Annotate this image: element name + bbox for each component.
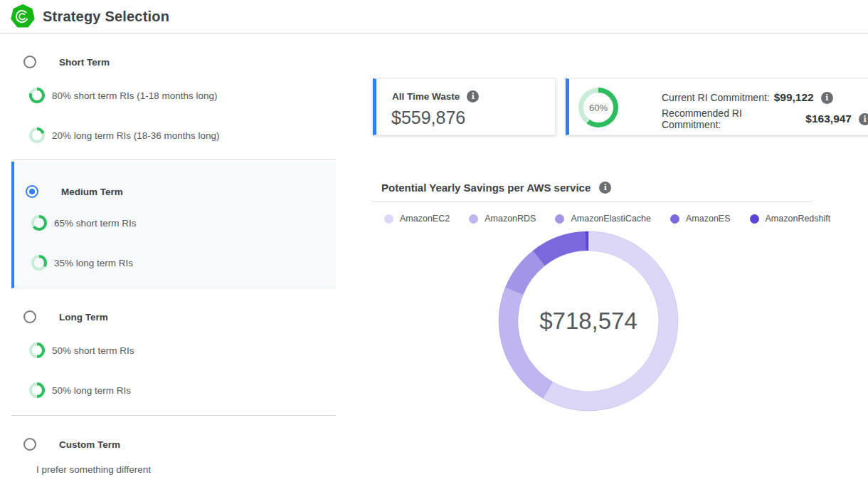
current-commitment-row: Current RI Commitment: $99,122 i	[662, 90, 833, 105]
strategy-detail-label: 65% short term RIs	[54, 218, 137, 229]
current-commitment-value: $99,122	[774, 91, 814, 104]
waste-card-value: $559,876	[391, 108, 465, 128]
strategy-option-short-term[interactable]: Short Term	[23, 54, 110, 70]
info-icon[interactable]: i	[467, 90, 479, 103]
recommended-commitment-value: $163,947	[805, 112, 852, 125]
legend-item[interactable]: AmazonRedshift	[750, 214, 831, 224]
all-time-waste-card: All Time Waste i $559,876	[373, 78, 556, 135]
strategy-label: Medium Term	[61, 187, 123, 197]
legend-label: AmazonElastiCache	[571, 214, 651, 224]
progress-ring	[31, 215, 47, 231]
current-commitment-label: Current RI Commitment:	[662, 92, 770, 103]
legend-label: AmazonEC2	[400, 214, 450, 224]
legend-label: AmazonES	[686, 214, 731, 224]
strategy-detail-label: 20% long term RIs (18-36 months long)	[52, 130, 220, 141]
strategy-label: Short Term	[59, 57, 110, 68]
commitment-ring-label: 60%	[578, 88, 618, 127]
page-header: Strategy Selection	[0, 0, 868, 33]
strategy-option-medium-term[interactable]: Medium Term	[26, 184, 123, 199]
radio-medium-term[interactable]	[26, 185, 38, 198]
strategy-detail-label: 35% long term RIs	[54, 258, 133, 268]
legend-dot-icon	[670, 214, 679, 224]
donut-segment[interactable]	[585, 231, 588, 251]
strategy-detail-row: 80% short term RIs (1-18 months long)	[29, 88, 218, 103]
strategy-detail-label: 50% long term RIs	[52, 385, 131, 396]
info-icon[interactable]: i	[599, 182, 611, 194]
strategy-detail-row: 20% long term RIs (18-36 months long)	[29, 127, 220, 143]
strategy-detail-row: 35% long term RIs	[31, 255, 133, 271]
savings-donut-chart[interactable]: $718,574	[496, 229, 681, 414]
strategy-label: Custom Term	[59, 439, 120, 450]
strategy-detail-label: 50% short term RIs	[52, 345, 134, 356]
progress-ring	[31, 255, 47, 271]
chart-legend: AmazonEC2AmazonRDSAmazonElastiCacheAmazo…	[384, 214, 850, 224]
radio-custom-term[interactable]	[23, 438, 36, 451]
ri-commitment-card: 60% Current RI Commitment: $99,122 i Rec…	[566, 78, 868, 135]
donut-segment[interactable]	[499, 287, 553, 398]
legend-item[interactable]: AmazonElastiCache	[555, 214, 651, 224]
strategy-detail-label: 80% short term RIs (1-18 months long)	[52, 90, 218, 101]
page-title: Strategy Selection	[43, 0, 169, 33]
recommended-commitment-label: Recommended RI Commitment:	[662, 108, 801, 130]
legend-label: AmazonRedshift	[766, 214, 831, 224]
chart-divider	[373, 201, 811, 202]
progress-ring	[29, 342, 45, 358]
legend-dot-icon	[555, 214, 564, 224]
commitment-ring: 60%	[578, 88, 618, 127]
radio-short-term[interactable]	[23, 56, 36, 68]
progress-ring	[29, 127, 45, 143]
strategy-label: Long Term	[59, 312, 108, 323]
waste-card-label: All Time Waste	[392, 91, 460, 102]
chart-title: Potential Yearly Savings per AWS service	[381, 182, 591, 194]
legend-dot-icon	[750, 214, 759, 224]
strategy-detail-row: 50% short term RIs	[29, 342, 134, 358]
legend-label: AmazonRDS	[485, 214, 536, 224]
info-icon[interactable]: i	[821, 92, 833, 104]
legend-item[interactable]: AmazonES	[670, 214, 731, 224]
recommended-commitment-row: Recommended RI Commitment: $163,947 i	[662, 111, 868, 127]
radio-long-term[interactable]	[23, 310, 36, 323]
section-divider	[11, 415, 336, 416]
strategy-detail-row: 65% short term RIs	[31, 215, 137, 231]
chart-header: Potential Yearly Savings per AWS service…	[381, 182, 611, 194]
cloudcheckr-logo-icon	[10, 4, 36, 29]
progress-ring	[29, 382, 45, 398]
legend-dot-icon	[469, 214, 478, 224]
strategy-option-long-term[interactable]: Long Term	[23, 309, 108, 325]
legend-item[interactable]: AmazonEC2	[384, 214, 450, 224]
info-icon[interactable]: i	[859, 113, 868, 125]
donut-center-total: $718,574	[539, 308, 637, 334]
strategy-selection-page: Strategy Selection Short Term 80% short …	[0, 0, 868, 492]
legend-item[interactable]: AmazonRDS	[469, 214, 536, 224]
legend-dot-icon	[384, 214, 393, 224]
section-divider	[11, 159, 336, 160]
strategy-detail-row: 50% long term RIs	[29, 382, 131, 398]
custom-term-description: I prefer something different	[36, 464, 151, 475]
strategy-option-custom-term[interactable]: Custom Term	[23, 436, 120, 452]
donut-segment[interactable]	[533, 231, 586, 266]
progress-ring	[29, 88, 45, 103]
